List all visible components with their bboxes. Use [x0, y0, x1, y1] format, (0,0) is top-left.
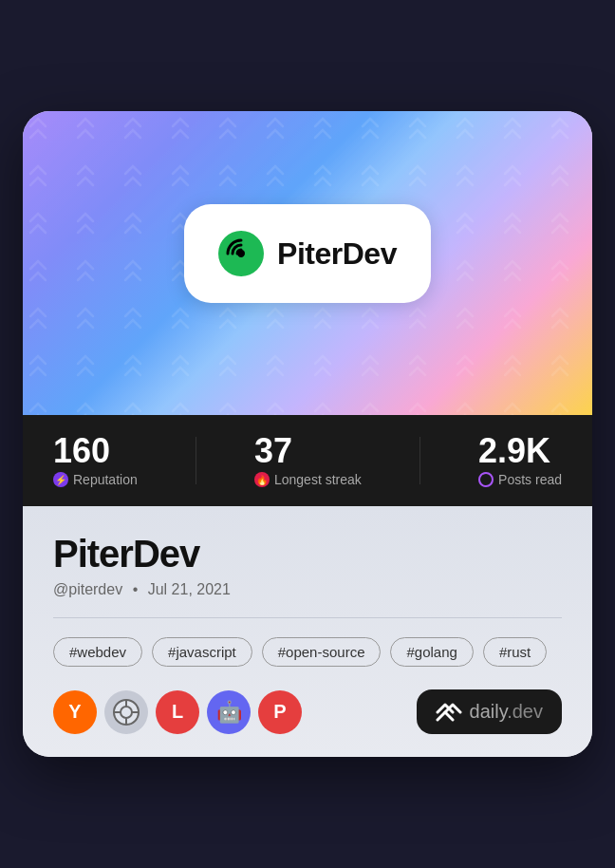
tag-open-source[interactable]: #open-source: [262, 637, 382, 667]
daily-dev-wordmark: daily.dev: [470, 701, 543, 723]
streak-value: 37: [254, 434, 362, 468]
logo-container: PiterDev: [184, 204, 431, 303]
posts-read-value: 2.9K: [478, 434, 562, 468]
avatar-hn: Y: [53, 690, 97, 734]
circle-icon: [478, 472, 494, 487]
daily-text: daily: [470, 701, 508, 722]
tag-rust[interactable]: #rust: [483, 637, 547, 667]
posts-read-label: Posts read: [478, 472, 562, 487]
profile-card: PiterDev 160 ⚡ Reputation 37 🔥 Longest s…: [23, 111, 592, 757]
handle-joined: Jul 21, 2021: [148, 581, 231, 597]
avatar-l: L: [156, 690, 199, 734]
stat-reputation: 160 ⚡ Reputation: [53, 434, 138, 487]
footer-row: Y L 🤖 P: [53, 689, 562, 734]
daily-dev-chevron-icon: [436, 702, 462, 723]
tag-webdev[interactable]: #webdev: [53, 637, 142, 667]
reputation-value: 160: [53, 434, 138, 468]
profile-handle: @piterdev • Jul 21, 2021: [53, 581, 562, 598]
daily-dev-badge: daily.dev: [417, 689, 562, 734]
avatars-row: Y L 🤖 P: [53, 690, 302, 734]
tag-javascript[interactable]: #javascript: [152, 637, 252, 667]
avatar-product: P: [258, 690, 302, 734]
streak-label: 🔥 Longest streak: [254, 472, 362, 487]
handle-username: @piterdev: [53, 581, 122, 597]
avatar-robot: 🤖: [207, 690, 251, 734]
stat-streak: 37 🔥 Longest streak: [254, 434, 362, 487]
avatar-crosshair: [104, 690, 148, 734]
reputation-label: ⚡ Reputation: [53, 472, 138, 487]
stats-divider-1: [196, 437, 196, 484]
flame-icon: 🔥: [254, 472, 270, 487]
svg-point-2: [239, 252, 244, 256]
daily-dev-logo: daily.dev: [436, 701, 543, 723]
profile-divider: [53, 617, 562, 618]
stats-divider-2: [419, 437, 420, 484]
stats-bar: 160 ⚡ Reputation 37 🔥 Longest streak 2.9…: [23, 415, 592, 506]
stat-posts-read: 2.9K Posts read: [478, 434, 562, 487]
reputation-icon: ⚡: [53, 472, 68, 487]
handle-dot: •: [133, 581, 139, 597]
header-background: PiterDev: [23, 111, 592, 415]
dev-suffix: .dev: [507, 701, 543, 722]
tags-section: #webdev #javascript #open-source #golang…: [53, 637, 562, 667]
profile-name: PiterDev: [53, 533, 562, 576]
piterdev-icon: [218, 231, 264, 276]
tag-golang[interactable]: #golang: [390, 637, 473, 667]
logo-text: PiterDev: [277, 236, 397, 272]
profile-section: PiterDev @piterdev • Jul 21, 2021 #webde…: [23, 506, 592, 757]
